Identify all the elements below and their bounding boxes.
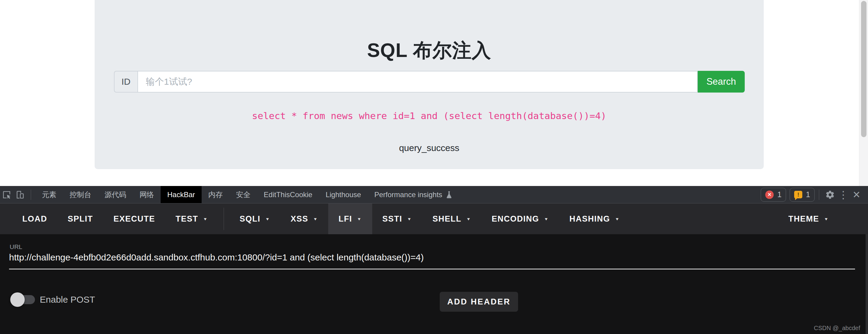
hackbar-menu-ssti[interactable]: SSTI▼ <box>372 204 422 234</box>
error-count: 1 <box>777 190 781 199</box>
hackbar-menu-xss[interactable]: XSS▼ <box>280 204 328 234</box>
hackbar-menu-test[interactable]: TEST▼ <box>165 204 218 234</box>
screen: SQL 布尔注入 ID Search select * from news wh… <box>0 0 868 334</box>
id-label: ID <box>114 71 137 93</box>
devtools-tab-控制台[interactable]: 控制台 <box>63 186 98 203</box>
watermark-text: CSDN @_abcdef <box>814 325 860 332</box>
chevron-down-icon: ▼ <box>615 217 620 221</box>
devtools-tab-editthiscookie[interactable]: EditThisCookie <box>257 186 319 203</box>
chevron-down-icon: ▼ <box>544 217 549 221</box>
menu-item-label: LFI <box>338 214 352 224</box>
chevron-down-icon: ▼ <box>824 217 829 221</box>
hackbar-menu-shell[interactable]: SHELL▼ <box>422 204 481 234</box>
devtools-tab-元素[interactable]: 元素 <box>35 186 63 203</box>
page-scrollbar-thumb[interactable] <box>861 1 867 137</box>
add-header-button[interactable]: ADD HEADER <box>440 292 518 312</box>
inspect-element-icon[interactable] <box>0 186 13 203</box>
chevron-down-icon: ▼ <box>203 217 208 221</box>
url-field-underline <box>9 269 855 270</box>
chevron-down-icon: ▼ <box>265 217 270 221</box>
id-input[interactable] <box>137 71 698 93</box>
url-field-label: URL <box>10 243 22 250</box>
hackbar-panel: URL http://challenge-4ebfb0d2e66d0add.sa… <box>0 234 868 334</box>
devtools-tab-网络[interactable]: 网络 <box>133 186 161 203</box>
close-devtools-icon[interactable]: ✕ <box>850 188 863 201</box>
issues-icon: ! <box>794 191 802 199</box>
hackbar-menu-lfi[interactable]: LFI▼ <box>328 204 372 234</box>
menu-divider <box>224 208 224 230</box>
devtools-tab-performance-insights[interactable]: Performance insights <box>368 186 459 203</box>
hackbar-menu-sqli[interactable]: SQLI▼ <box>229 204 280 234</box>
devtools-tabs: 元素控制台源代码网络HackBar内存安全EditThisCookieLight… <box>35 186 459 203</box>
query-result-text: query_success <box>95 143 764 153</box>
tab-label: Lighthouse <box>326 190 361 199</box>
devtools-tab-安全[interactable]: 安全 <box>229 186 257 203</box>
devtools-tab-lighthouse[interactable]: Lighthouse <box>319 186 367 203</box>
devtools-toolbar-right: ✕ 1 ! 1 ⋮ ✕ <box>757 188 868 202</box>
issues-count: 1 <box>806 190 810 199</box>
error-icon: ✕ <box>765 190 774 199</box>
panel-scroll-gutter <box>866 234 868 334</box>
id-input-group: ID Search <box>114 71 745 93</box>
devtools-toolbar: 元素控制台源代码网络HackBar内存安全EditThisCookieLight… <box>0 186 868 204</box>
settings-gear-icon[interactable] <box>824 188 837 201</box>
tab-label: 元素 <box>42 190 56 200</box>
tab-label: 网络 <box>140 190 154 200</box>
toolbar-divider <box>819 190 819 200</box>
chevron-down-icon: ▼ <box>407 217 412 221</box>
devtools-tab-源代码[interactable]: 源代码 <box>98 186 133 203</box>
tab-label: 控制台 <box>70 190 91 200</box>
menu-item-label: SPLIT <box>68 214 93 224</box>
menu-item-label: SQLI <box>240 214 260 224</box>
menu-item-label: TEST <box>176 214 198 224</box>
devtools-tab-内存[interactable]: 内存 <box>202 186 229 203</box>
menu-item-label: EXECUTE <box>114 214 155 224</box>
hackbar-menu-load[interactable]: LOAD <box>12 204 58 234</box>
tab-label: Performance insights <box>374 190 442 199</box>
chevron-down-icon: ▼ <box>357 217 362 221</box>
content-card: SQL 布尔注入 ID Search select * from news wh… <box>95 0 764 169</box>
web-page: SQL 布尔注入 ID Search select * from news wh… <box>0 0 868 186</box>
url-field-value[interactable]: http://challenge-4ebfb0d2e66d0add.sandbo… <box>9 252 424 263</box>
tab-label: 内存 <box>208 190 223 200</box>
page-scrollbar[interactable] <box>859 0 868 186</box>
page-title: SQL 布尔注入 <box>95 37 764 64</box>
enable-post-label: Enable POST <box>40 293 95 307</box>
menu-item-label: LOAD <box>22 214 47 224</box>
toolbar-divider <box>31 190 31 200</box>
console-errors-badge[interactable]: ✕ 1 <box>761 188 786 202</box>
hackbar-menubar: LOADSPLITEXECUTETEST▼SQLI▼XSS▼LFI▼SSTI▼S… <box>0 204 868 234</box>
toggle-thumb <box>10 293 25 307</box>
tab-label: 安全 <box>236 190 250 200</box>
menu-item-label: HASHING <box>569 214 610 224</box>
sql-query-echo: select * from news where id=1 and (selec… <box>95 110 764 121</box>
menu-item-label: XSS <box>290 214 308 224</box>
menu-item-label: SHELL <box>433 214 461 224</box>
hackbar-menu-execute[interactable]: EXECUTE <box>103 204 165 234</box>
hackbar-menu-hashing[interactable]: HASHING▼ <box>559 204 630 234</box>
more-options-icon[interactable]: ⋮ <box>837 188 850 201</box>
flask-icon <box>446 191 453 199</box>
hackbar-menu-encoding[interactable]: ENCODING▼ <box>481 204 559 234</box>
devtools-tab-hackbar[interactable]: HackBar <box>161 186 202 203</box>
enable-post-toggle[interactable] <box>10 293 37 307</box>
search-button[interactable]: Search <box>698 71 745 93</box>
menu-item-label: ENCODING <box>492 214 539 224</box>
issues-badge[interactable]: ! 1 <box>789 188 815 202</box>
tab-label: HackBar <box>167 190 195 199</box>
menu-item-label: SSTI <box>382 214 402 224</box>
hackbar-menu-theme[interactable]: THEME▼ <box>778 204 839 234</box>
device-toolbar-icon[interactable] <box>13 186 27 203</box>
menu-item-label: THEME <box>788 214 819 224</box>
tab-label: EditThisCookie <box>264 190 312 199</box>
tab-label: 源代码 <box>104 190 126 200</box>
chevron-down-icon: ▼ <box>466 217 471 221</box>
chevron-down-icon: ▼ <box>313 217 318 221</box>
hackbar-menu-split[interactable]: SPLIT <box>58 204 103 234</box>
